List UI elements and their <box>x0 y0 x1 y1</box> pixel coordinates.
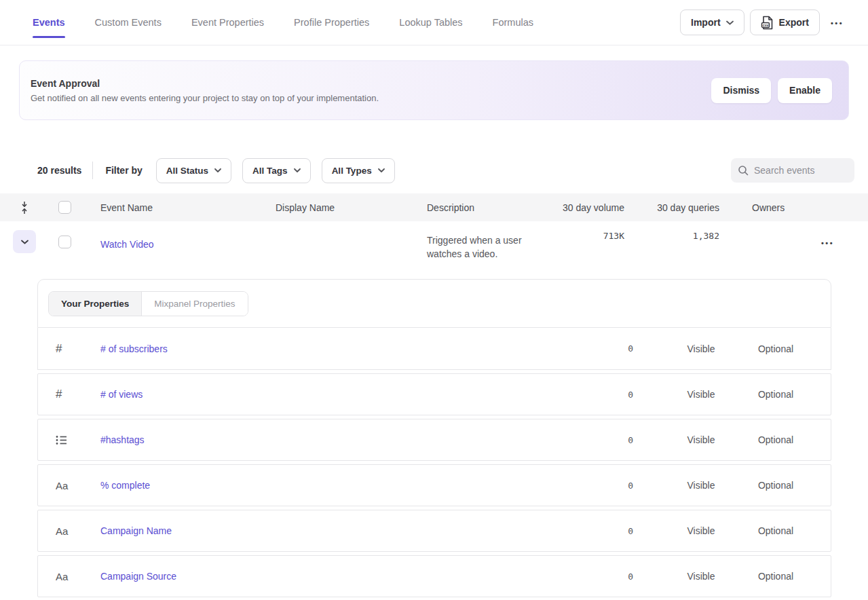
property-row: # # of subscribers 0 Visible Optional <box>37 328 831 370</box>
banner-text: Event Approval Get notified on all new e… <box>31 78 711 103</box>
event-approval-banner: Event Approval Get notified on all new e… <box>19 60 849 120</box>
property-count: 0 <box>603 390 664 400</box>
property-requirement: Optional <box>738 525 813 536</box>
select-all-checkbox[interactable] <box>58 201 71 214</box>
chevron-down-icon <box>214 168 221 172</box>
tab-lookup-tables[interactable]: Lookup Tables <box>399 0 462 45</box>
property-visibility: Visible <box>664 389 738 400</box>
export-button[interactable]: csv Export <box>750 10 820 35</box>
property-name-link[interactable]: # of views <box>100 389 143 400</box>
list-type-icon <box>56 435 68 445</box>
event-30-day-queries: 1,382 <box>693 226 719 241</box>
property-count: 0 <box>603 526 664 536</box>
column-owners: Owners <box>719 202 787 213</box>
top-navigation: Events Custom Events Event Properties Pr… <box>0 0 868 45</box>
column-30-day-queries: 30 day queries <box>624 202 719 213</box>
search-input[interactable] <box>754 165 842 176</box>
event-30-day-volume: 713K <box>603 226 624 241</box>
banner-description: Get notified on all new events entering … <box>31 93 711 103</box>
tab-events[interactable]: Events <box>33 0 65 45</box>
tab-profile-properties[interactable]: Profile Properties <box>294 0 369 45</box>
property-requirement: Optional <box>738 480 813 491</box>
properties-panel-header: Your Properties Mixpanel Properties <box>37 279 831 328</box>
property-name-link[interactable]: Campaign Name <box>100 525 172 536</box>
status-filter-label: All Status <box>166 166 208 176</box>
property-name-link[interactable]: #hashtags <box>100 434 145 445</box>
number-type-icon: # <box>56 388 62 401</box>
divider <box>92 162 93 179</box>
row-more-menu-button[interactable]: ••• <box>816 233 839 252</box>
property-visibility: Visible <box>664 343 738 354</box>
property-visibility: Visible <box>664 571 738 582</box>
chevron-down-icon <box>378 168 385 172</box>
nav-actions: Import csv Export ••• <box>680 0 849 45</box>
tab-event-properties[interactable]: Event Properties <box>191 0 264 45</box>
types-filter-label: All Types <box>332 166 372 176</box>
collapse-row-button[interactable] <box>13 230 36 253</box>
text-type-icon: Aa <box>56 480 68 491</box>
property-count: 0 <box>603 481 664 491</box>
search-icon <box>738 165 749 176</box>
filter-bar: 20 results Filter by All Status All Tags… <box>37 158 854 183</box>
properties-tab-control: Your Properties Mixpanel Properties <box>48 291 248 316</box>
property-requirement: Optional <box>738 571 813 582</box>
status-filter-dropdown[interactable]: All Status <box>156 158 231 183</box>
csv-file-icon: csv <box>761 16 774 30</box>
property-row: Aa Campaign Name 0 Visible Optional <box>37 510 831 552</box>
chevron-down-icon <box>294 168 301 172</box>
property-row: #hashtags 0 Visible Optional <box>37 419 831 461</box>
more-menu-button[interactable]: ••• <box>825 14 849 32</box>
tab-mixpanel-properties[interactable]: Mixpanel Properties <box>142 292 247 316</box>
chevron-down-icon <box>726 20 734 25</box>
nav-tabs: Events Custom Events Event Properties Pr… <box>33 0 680 45</box>
ellipsis-icon: ••• <box>831 19 844 27</box>
column-description: Description <box>427 202 556 213</box>
property-visibility: Visible <box>664 480 738 491</box>
property-count: 0 <box>603 435 664 445</box>
collapse-all-icon[interactable] <box>20 201 29 214</box>
number-type-icon: # <box>56 342 62 356</box>
property-name-link[interactable]: % complete <box>100 480 150 491</box>
svg-text:csv: csv <box>762 23 769 27</box>
property-row: # # of views 0 Visible Optional <box>37 373 831 415</box>
event-description: Triggered when a user watches a video. <box>427 230 556 261</box>
event-name-link[interactable]: Watch Video <box>100 239 154 250</box>
table-row-watch-video: Watch Video Triggered when a user watche… <box>0 221 868 279</box>
property-name-link[interactable]: # of subscribers <box>100 343 168 354</box>
property-visibility: Visible <box>664 525 738 536</box>
import-button-label: Import <box>691 17 721 28</box>
column-display-name: Display Name <box>276 202 427 213</box>
banner-title: Event Approval <box>31 78 711 89</box>
search-box <box>731 158 854 183</box>
tags-filter-dropdown[interactable]: All Tags <box>242 158 311 183</box>
import-button[interactable]: Import <box>680 10 744 35</box>
property-requirement: Optional <box>738 389 813 400</box>
tags-filter-label: All Tags <box>252 166 288 176</box>
filter-by-label: Filter by <box>105 165 142 176</box>
property-row: Aa Campaign Source 0 Visible Optional <box>37 555 831 597</box>
row-checkbox[interactable] <box>58 236 71 248</box>
property-requirement: Optional <box>738 434 813 445</box>
tab-your-properties[interactable]: Your Properties <box>49 292 142 316</box>
dismiss-button[interactable]: Dismiss <box>711 78 771 103</box>
export-button-label: Export <box>779 17 809 28</box>
property-count: 0 <box>603 571 664 582</box>
chevron-down-icon <box>21 240 29 244</box>
tab-formulas[interactable]: Formulas <box>493 0 533 45</box>
types-filter-dropdown[interactable]: All Types <box>322 158 395 183</box>
column-event-name: Event Name <box>80 202 276 213</box>
property-row: Aa % complete 0 Visible Optional <box>37 464 831 506</box>
property-name-link[interactable]: Campaign Source <box>100 571 176 582</box>
events-table-header: Event Name Display Name Description 30 d… <box>0 193 868 221</box>
enable-button[interactable]: Enable <box>778 78 832 103</box>
text-type-icon: Aa <box>56 571 68 582</box>
column-30-day-volume: 30 day volume <box>556 202 624 213</box>
ellipsis-icon: ••• <box>821 239 834 247</box>
property-count: 0 <box>603 343 664 354</box>
property-requirement: Optional <box>738 343 813 354</box>
tab-custom-events[interactable]: Custom Events <box>95 0 162 45</box>
banner-actions: Dismiss Enable <box>711 78 832 103</box>
text-type-icon: Aa <box>56 525 68 537</box>
property-visibility: Visible <box>664 434 738 445</box>
results-count: 20 results <box>37 165 81 176</box>
